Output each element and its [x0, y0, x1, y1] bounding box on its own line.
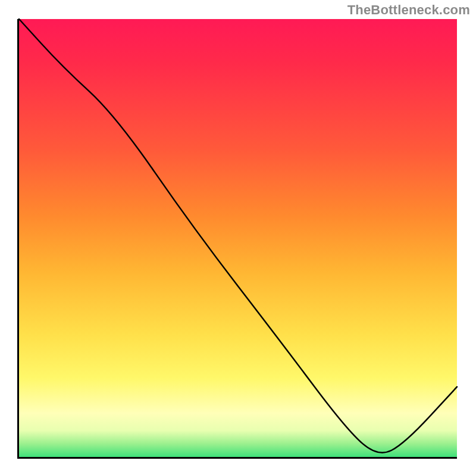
plot-area: [19, 19, 457, 457]
curve-svg: [19, 19, 457, 457]
x-axis-line: [17, 457, 457, 459]
bottleneck-curve: [19, 19, 457, 453]
attribution-text: TheBottleneck.com: [347, 2, 470, 18]
chart-stage: TheBottleneck.com: [0, 0, 476, 476]
